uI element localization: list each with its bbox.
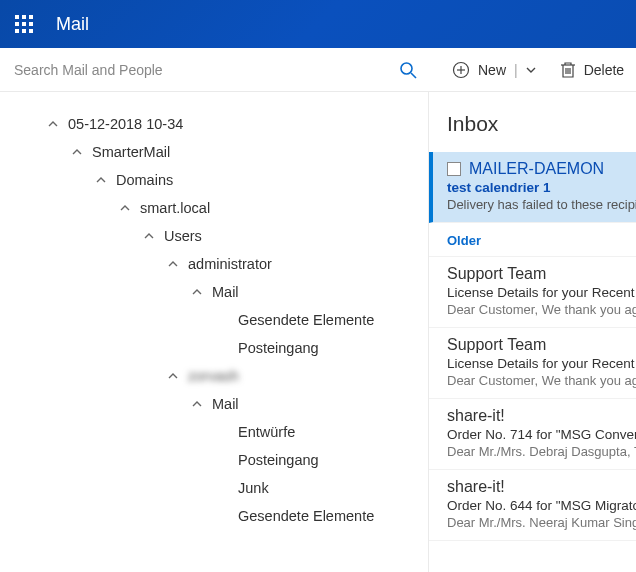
chevron-up-icon — [190, 285, 204, 299]
tree-label: zorvash — [188, 368, 239, 384]
tree-item-folder[interactable]: Gesendete Elemente — [10, 306, 418, 334]
svg-rect-0 — [15, 15, 19, 19]
message-from: MAILER-DAEMON — [447, 160, 636, 178]
tree-item-folder[interactable]: Junk — [10, 474, 418, 502]
search-button[interactable] — [388, 48, 428, 92]
message-from: Support Team — [447, 336, 636, 354]
tree-item-folder[interactable]: Posteingang — [10, 334, 418, 362]
chevron-up-icon — [46, 117, 60, 131]
chevron-up-icon — [70, 145, 84, 159]
message-preview: Dear Mr./Mrs. Debraj Dasgupta, Th — [447, 444, 636, 459]
search-icon — [399, 61, 417, 79]
app-header: Mail — [0, 0, 636, 48]
chevron-up-icon — [190, 397, 204, 411]
tree-item-user2-mail[interactable]: Mail — [10, 390, 418, 418]
tree-label: Entwürfe — [238, 424, 295, 440]
split-divider: | — [514, 62, 518, 78]
tree-label: administrator — [188, 256, 272, 272]
svg-rect-3 — [15, 22, 19, 26]
tree-label: smart.local — [140, 200, 210, 216]
tree-item-smartermail[interactable]: SmarterMail — [10, 138, 418, 166]
tree-item-folder[interactable]: Gesendete Elemente — [10, 502, 418, 530]
command-bar: New | Delete — [428, 48, 636, 91]
message-from: Support Team — [447, 265, 636, 283]
chevron-up-icon — [118, 201, 132, 215]
folder-pane: 05-12-2018 10-34 SmarterMail Domains sma… — [0, 92, 428, 572]
tree-label: Gesendete Elemente — [238, 312, 374, 328]
message-item[interactable]: Support Team License Details for your Re… — [429, 328, 636, 399]
tree-label: Posteingang — [238, 452, 319, 468]
tree-label: Gesendete Elemente — [238, 508, 374, 524]
svg-rect-4 — [22, 22, 26, 26]
chevron-down-icon — [526, 65, 536, 75]
tree-item-folder[interactable]: Posteingang — [10, 446, 418, 474]
svg-point-9 — [401, 63, 412, 74]
toolbar: New | Delete — [0, 48, 636, 92]
message-checkbox[interactable] — [447, 162, 461, 176]
tree-label: Mail — [212, 396, 239, 412]
tree-label: SmarterMail — [92, 144, 170, 160]
tree-label: Posteingang — [238, 340, 319, 356]
svg-rect-2 — [29, 15, 33, 19]
message-preview: Delivery has failed to these recipien — [447, 197, 636, 212]
delete-label: Delete — [584, 62, 624, 78]
tree-item-folder[interactable]: Entwürfe — [10, 418, 418, 446]
svg-rect-7 — [22, 29, 26, 33]
tree-item-user-redacted[interactable]: zorvash — [10, 362, 418, 390]
svg-rect-6 — [15, 29, 19, 33]
delete-button[interactable]: Delete — [560, 61, 624, 79]
message-item[interactable]: share-it! Order No. 714 for "MSG Convert… — [429, 399, 636, 470]
message-preview: Dear Customer, We thank you agai — [447, 373, 636, 388]
group-header-older[interactable]: Older — [429, 223, 636, 257]
message-item[interactable]: MAILER-DAEMON test calendrier 1 Delivery… — [429, 152, 636, 223]
folder-title: Inbox — [429, 92, 636, 152]
message-preview: Dear Mr./Mrs. Neeraj Kumar Singh, — [447, 515, 636, 530]
message-subject: test calendrier 1 — [447, 180, 636, 195]
message-subject: Order No. 644 for "MSG Migrator - — [447, 498, 636, 513]
plus-circle-icon — [452, 61, 470, 79]
chevron-up-icon — [166, 257, 180, 271]
message-item[interactable]: Support Team License Details for your Re… — [429, 257, 636, 328]
tree-label: Mail — [212, 284, 239, 300]
tree-label: 05-12-2018 10-34 — [68, 116, 183, 132]
new-button[interactable]: New | — [452, 61, 536, 79]
app-launcher-button[interactable] — [0, 0, 48, 48]
tree-item-user1-mail[interactable]: Mail — [10, 278, 418, 306]
message-subject: License Details for your Recent Pur — [447, 285, 636, 300]
message-subject: Order No. 714 for "MSG Converter — [447, 427, 636, 442]
trash-icon — [560, 61, 576, 79]
tree-item-user-administrator[interactable]: administrator — [10, 250, 418, 278]
chevron-up-icon — [142, 229, 156, 243]
message-preview: Dear Customer, We thank you agai — [447, 302, 636, 317]
svg-rect-1 — [22, 15, 26, 19]
main-columns: 05-12-2018 10-34 SmarterMail Domains sma… — [0, 92, 636, 572]
chevron-up-icon — [94, 173, 108, 187]
tree-item-root[interactable]: 05-12-2018 10-34 — [10, 110, 418, 138]
svg-rect-8 — [29, 29, 33, 33]
message-from: share-it! — [447, 478, 636, 496]
new-label: New — [478, 62, 506, 78]
message-subject: License Details for your Recent Pur — [447, 356, 636, 371]
svg-rect-5 — [29, 22, 33, 26]
svg-line-10 — [411, 73, 416, 78]
tree-item-users[interactable]: Users — [10, 222, 418, 250]
tree-label: Domains — [116, 172, 173, 188]
message-from: share-it! — [447, 407, 636, 425]
tree-item-domain-smartlocal[interactable]: smart.local — [10, 194, 418, 222]
message-item[interactable]: share-it! Order No. 644 for "MSG Migrato… — [429, 470, 636, 541]
tree-item-domains[interactable]: Domains — [10, 166, 418, 194]
message-list-pane: Inbox MAILER-DAEMON test calendrier 1 De… — [428, 92, 636, 572]
search-input[interactable] — [14, 62, 388, 78]
tree-label: Junk — [238, 480, 269, 496]
tree-label: Users — [164, 228, 202, 244]
search-box[interactable] — [0, 48, 428, 91]
app-title: Mail — [56, 14, 89, 35]
waffle-icon — [15, 15, 33, 33]
chevron-up-icon — [166, 369, 180, 383]
